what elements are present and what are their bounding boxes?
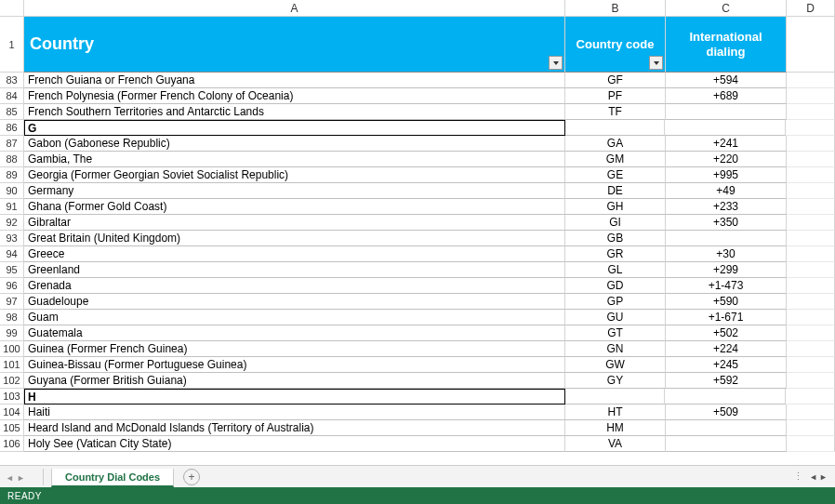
- empty-cell[interactable]: [787, 136, 835, 152]
- empty-cell[interactable]: [787, 357, 835, 373]
- row-number[interactable]: 99: [0, 325, 24, 341]
- cell-country[interactable]: Guadeloupe: [24, 294, 565, 310]
- column-header-d[interactable]: D: [787, 0, 835, 16]
- cell-code[interactable]: GP: [565, 294, 666, 310]
- empty-cell[interactable]: [787, 420, 835, 436]
- cell-dial[interactable]: +224: [666, 341, 787, 357]
- cell-dial[interactable]: [666, 420, 787, 436]
- scroll-right-icon[interactable]: ►: [819, 472, 828, 482]
- new-sheet-button[interactable]: +: [183, 469, 200, 485]
- row-number[interactable]: 101: [0, 357, 24, 373]
- cell-dial[interactable]: [665, 389, 786, 405]
- cell-dial[interactable]: +509: [666, 405, 787, 420]
- cell-country[interactable]: Guinea-Bissau (Former Portuguese Guinea): [24, 357, 565, 373]
- cell-dial[interactable]: [666, 104, 787, 120]
- empty-cell[interactable]: [787, 262, 835, 278]
- cell-code[interactable]: GN: [565, 341, 666, 357]
- cell-dial[interactable]: +590: [666, 294, 787, 310]
- empty-cell[interactable]: [787, 152, 835, 167]
- cell-code[interactable]: VA: [565, 436, 666, 452]
- cell-code[interactable]: PF: [565, 88, 666, 104]
- cell-code[interactable]: HM: [565, 420, 666, 436]
- cell-country[interactable]: Guinea (Former French Guinea): [24, 341, 565, 357]
- row-number[interactable]: 1: [0, 17, 24, 73]
- row-number[interactable]: 106: [0, 436, 24, 452]
- cell-country[interactable]: Grenada: [24, 278, 565, 294]
- cell-code[interactable]: GR: [565, 246, 666, 262]
- header-country-cell[interactable]: Country: [24, 17, 565, 73]
- row-number[interactable]: 84: [0, 88, 24, 104]
- column-header-c[interactable]: C: [666, 0, 787, 16]
- tab-nav-arrows[interactable]: [6, 471, 26, 483]
- empty-cell[interactable]: [787, 231, 835, 246]
- cell-country[interactable]: Heard Island and McDonald Islands (Terri…: [24, 420, 565, 436]
- cell-country[interactable]: Gibraltar: [24, 215, 565, 231]
- cell-country[interactable]: Gambia, The: [24, 152, 565, 167]
- row-number[interactable]: 90: [0, 183, 24, 199]
- cell-code[interactable]: [564, 120, 665, 136]
- row-number[interactable]: 86: [0, 120, 24, 136]
- row-number[interactable]: 104: [0, 405, 24, 420]
- cell-country[interactable]: Germany: [24, 183, 565, 199]
- empty-cell[interactable]: [787, 183, 835, 199]
- empty-cell[interactable]: [786, 120, 835, 136]
- cell-code[interactable]: GE: [565, 167, 666, 183]
- empty-cell[interactable]: [787, 73, 835, 88]
- empty-cell[interactable]: [787, 17, 835, 73]
- cell-dial[interactable]: +1-671: [666, 310, 787, 325]
- cell-dial[interactable]: +1-473: [666, 278, 787, 294]
- cell-country[interactable]: Ghana (Former Gold Coast): [24, 199, 565, 215]
- row-number[interactable]: 97: [0, 294, 24, 310]
- column-header-b[interactable]: B: [565, 0, 666, 16]
- empty-cell[interactable]: [787, 436, 835, 452]
- cell-code[interactable]: TF: [565, 104, 666, 120]
- row-number[interactable]: 98: [0, 310, 24, 325]
- row-number[interactable]: 87: [0, 136, 24, 152]
- empty-cell[interactable]: [787, 278, 835, 294]
- cell-code[interactable]: GL: [565, 262, 666, 278]
- horizontal-scroll[interactable]: ◄ ►: [793, 471, 828, 483]
- empty-cell[interactable]: [787, 167, 835, 183]
- row-number[interactable]: 89: [0, 167, 24, 183]
- cell-dial[interactable]: +502: [666, 325, 787, 341]
- empty-cell[interactable]: [787, 373, 835, 389]
- empty-cell[interactable]: [787, 199, 835, 215]
- cell-code[interactable]: GY: [565, 373, 666, 389]
- row-number[interactable]: 91: [0, 199, 24, 215]
- cell-country[interactable]: Georgia (Former Georgian Soviet Socialis…: [24, 167, 565, 183]
- cell-dial[interactable]: +233: [666, 199, 787, 215]
- row-number[interactable]: 102: [0, 373, 24, 389]
- cell-dial[interactable]: +594: [666, 73, 787, 88]
- cell-dial[interactable]: +220: [666, 152, 787, 167]
- tab-resize-handle-icon[interactable]: [793, 471, 807, 483]
- cell-dial[interactable]: [666, 436, 787, 452]
- cell-code[interactable]: GF: [565, 73, 666, 88]
- cell-code[interactable]: GI: [565, 215, 666, 231]
- cell-code[interactable]: GM: [565, 152, 666, 167]
- cell-country[interactable]: French Polynesia (Former French Colony o…: [24, 88, 565, 104]
- empty-cell[interactable]: [787, 341, 835, 357]
- cell-country[interactable]: Greece: [24, 246, 565, 262]
- row-number[interactable]: 96: [0, 278, 24, 294]
- cell-code[interactable]: GD: [565, 278, 666, 294]
- cell-country[interactable]: Gabon (Gabonese Republic): [24, 136, 565, 152]
- cell-dial[interactable]: +241: [666, 136, 787, 152]
- empty-cell[interactable]: [787, 405, 835, 420]
- column-header-a[interactable]: A: [24, 0, 565, 16]
- cell-country[interactable]: French Southern Territories and Antarcti…: [24, 104, 565, 120]
- empty-cell[interactable]: [787, 246, 835, 262]
- cell-country[interactable]: French Guiana or French Guyana: [24, 73, 565, 88]
- cell-country[interactable]: Great Britain (United Kingdom): [24, 231, 565, 246]
- header-code-cell[interactable]: Country code: [565, 17, 666, 73]
- row-number[interactable]: 95: [0, 262, 24, 278]
- cell-dial[interactable]: [666, 231, 787, 246]
- cell-dial[interactable]: +49: [666, 183, 787, 199]
- row-number[interactable]: 92: [0, 215, 24, 231]
- cell-dial[interactable]: [665, 120, 786, 136]
- cell-code[interactable]: [564, 389, 665, 405]
- tab-nav-next-icon[interactable]: [17, 471, 26, 483]
- scroll-left-icon[interactable]: ◄: [809, 472, 817, 482]
- row-number[interactable]: 83: [0, 73, 24, 88]
- cell-dial[interactable]: +592: [666, 373, 787, 389]
- empty-cell[interactable]: [787, 325, 835, 341]
